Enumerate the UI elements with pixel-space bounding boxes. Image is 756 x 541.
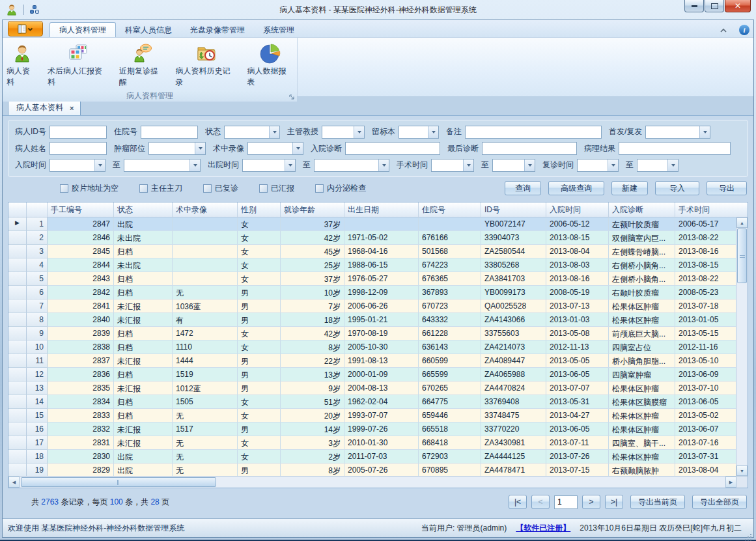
table-row[interactable]: 14 2834 归档 1505 女 51岁 1962-02-04 664775 … bbox=[8, 395, 736, 409]
patient-history-button[interactable]: 病人资料历史记录 bbox=[172, 40, 241, 90]
app-logo-person-icon[interactable] bbox=[5, 3, 18, 16]
ribbon-tab-system[interactable]: 系统管理 bbox=[254, 23, 303, 37]
chevron-down-icon[interactable] bbox=[699, 126, 710, 138]
chevron-down-icon[interactable] bbox=[463, 160, 473, 171]
remark-input[interactable] bbox=[465, 126, 602, 139]
query-button[interactable]: 查询 bbox=[505, 181, 541, 195]
vertical-scrollbar[interactable]: ▲ ▼ bbox=[736, 217, 748, 476]
ribbon-tab-dept-staff[interactable]: 科室人员信息 bbox=[116, 23, 181, 37]
table-row[interactable]: 5 2843 归档 女 37岁 1976-05-27 676365 ZA3841… bbox=[8, 272, 736, 286]
checkbox-box[interactable] bbox=[315, 184, 324, 193]
patient-id-input[interactable] bbox=[49, 126, 107, 139]
header-admission-diag[interactable]: 入院诊断 bbox=[609, 202, 675, 217]
software-registered-link[interactable]: 【软件已注册】 bbox=[516, 523, 570, 534]
checkbox-chief-surgeon[interactable]: 主任主刀 bbox=[139, 183, 182, 194]
chevron-down-icon[interactable] bbox=[378, 160, 389, 171]
revisit-time-from-combo[interactable] bbox=[577, 159, 619, 172]
chevron-down-icon[interactable] bbox=[428, 126, 438, 138]
table-row[interactable]: 3 2845 归档 女 45岁 1968-04-16 501568 ZA2580… bbox=[8, 245, 736, 258]
resize-grip[interactable] bbox=[750, 534, 751, 535]
tab-close-icon[interactable]: × bbox=[70, 104, 74, 112]
ribbon-tab-patient-data[interactable]: 病人资料管理 bbox=[49, 22, 116, 37]
header-gender[interactable]: 性别 bbox=[238, 202, 281, 217]
admission-time-to-combo[interactable] bbox=[124, 159, 201, 172]
inpatient-no-input[interactable] bbox=[141, 126, 198, 139]
tumor-site-combo[interactable] bbox=[148, 142, 206, 155]
minimize-button[interactable] bbox=[684, 0, 704, 12]
patient-data-button[interactable]: 病人资料 bbox=[3, 40, 41, 90]
export-current-page-button[interactable]: 导出当前页 bbox=[630, 495, 685, 509]
admission-time-from-combo[interactable] bbox=[49, 159, 105, 172]
header-birth-date[interactable]: 出生日期 bbox=[344, 202, 419, 217]
first-page-button[interactable]: |< bbox=[509, 495, 527, 509]
table-row[interactable]: 16 2832 未汇报 1517 男 14岁 1999-07-26 665518… bbox=[8, 423, 736, 436]
table-row[interactable]: 18 2830 出院 无 女 2岁 2011-07-03 672903 ZA44… bbox=[8, 450, 736, 464]
application-menu-button[interactable] bbox=[8, 21, 43, 36]
chevron-down-icon[interactable] bbox=[292, 143, 303, 154]
table-row[interactable]: 15 2833 归档 无 女 20岁 1993-07-07 659446 337… bbox=[8, 409, 736, 423]
revisit-reminder-button[interactable]: 近期复诊提醒 bbox=[115, 40, 169, 90]
header-manual-no[interactable]: 手工编号 bbox=[48, 202, 114, 217]
vertical-scroll-track[interactable] bbox=[736, 284, 748, 465]
close-button[interactable]: ✕ bbox=[725, 0, 751, 12]
prev-page-button[interactable]: < bbox=[531, 495, 550, 509]
header-surgery-video[interactable]: 术中录像 bbox=[173, 202, 238, 217]
table-row[interactable]: 11 2837 未汇报 1444 男 22岁 1991-08-13 660599… bbox=[8, 354, 736, 368]
scroll-up-icon[interactable]: ▲ bbox=[736, 217, 748, 228]
scroll-left-icon[interactable]: ◀ bbox=[8, 477, 20, 488]
surgery-video-combo[interactable] bbox=[247, 142, 303, 155]
horizontal-scrollbar[interactable]: ◀ ▶ bbox=[8, 476, 748, 488]
table-row[interactable]: 12 2836 归档 1519 男 13岁 2000-01-09 665599 … bbox=[8, 368, 736, 381]
horizontal-scrollbar-thumb[interactable] bbox=[21, 477, 216, 487]
checkbox-box[interactable] bbox=[60, 184, 68, 193]
table-row[interactable]: 13 2835 未汇报 1012蓝 男 9岁 2004-08-13 670265… bbox=[8, 381, 736, 395]
header-surgery-time[interactable]: 手术时间 bbox=[675, 202, 736, 217]
surgery-time-from-combo[interactable] bbox=[431, 159, 474, 172]
maximize-button[interactable] bbox=[705, 0, 724, 12]
discharge-time-to-combo[interactable] bbox=[314, 159, 389, 172]
chevron-down-icon[interactable] bbox=[354, 126, 364, 138]
table-row[interactable]: 17 2831 未汇报 无 女 3岁 2010-01-30 668418 ZA3… bbox=[8, 436, 736, 450]
checkbox-revisited[interactable]: 已复诊 bbox=[203, 183, 238, 194]
import-button[interactable]: 导入 bbox=[655, 181, 699, 195]
page-number-input[interactable] bbox=[554, 495, 578, 509]
chevron-down-icon[interactable] bbox=[189, 160, 200, 171]
professor-combo[interactable] bbox=[322, 126, 365, 139]
pathology-input[interactable] bbox=[619, 142, 731, 155]
patient-report-chart-button[interactable]: 病人数据报表 bbox=[244, 40, 298, 90]
horizontal-scroll-track[interactable] bbox=[216, 477, 725, 488]
table-row[interactable]: 19 2829 出院 无 男 8岁 2005-07-26 670895 ZA44… bbox=[8, 464, 736, 476]
checkbox-box[interactable] bbox=[139, 184, 148, 193]
new-button[interactable]: 新建 bbox=[611, 181, 648, 195]
quick-access-windows-icon[interactable] bbox=[29, 5, 40, 15]
chevron-down-icon[interactable] bbox=[608, 160, 618, 171]
table-row[interactable]: 10 2838 归档 1110 女 8岁 2005-10-30 636143 Z… bbox=[8, 340, 736, 354]
advanced-query-button[interactable]: 高级查询 bbox=[548, 181, 604, 195]
last-page-button[interactable]: >| bbox=[605, 495, 623, 509]
discharge-time-from-combo[interactable] bbox=[242, 159, 296, 172]
chevron-down-icon[interactable] bbox=[524, 160, 535, 171]
specimen-combo[interactable] bbox=[399, 126, 439, 139]
dialog-launcher-icon[interactable] bbox=[288, 94, 295, 100]
vertical-scrollbar-thumb[interactable] bbox=[737, 229, 747, 283]
header-visit-age[interactable]: 就诊年龄 bbox=[281, 202, 344, 217]
checkbox-box[interactable] bbox=[259, 184, 268, 193]
chevron-down-icon[interactable] bbox=[94, 160, 105, 171]
info-icon[interactable]: i bbox=[739, 25, 749, 35]
chevron-down-icon[interactable] bbox=[269, 126, 279, 138]
table-row[interactable]: 7 2841 未汇报 1036蓝 男 7岁 2006-06-26 670723 … bbox=[8, 299, 736, 313]
checkbox-box[interactable] bbox=[203, 184, 212, 193]
patient-name-input[interactable] bbox=[49, 142, 107, 155]
ribbon-tab-disc-tape[interactable]: 光盘录像带管理 bbox=[181, 23, 254, 37]
table-row[interactable]: 9 2839 归档 1472 女 42岁 1970-08-19 661228 3… bbox=[8, 327, 736, 340]
table-row[interactable]: 8 2840 未汇报 有 男 18岁 1995-01-21 643332 ZA4… bbox=[8, 313, 736, 327]
final-diag-input[interactable] bbox=[482, 142, 577, 155]
chevron-down-icon[interactable] bbox=[667, 160, 678, 171]
collapse-ribbon-chevron-icon[interactable] bbox=[720, 28, 727, 33]
chevron-down-icon[interactable] bbox=[195, 143, 205, 154]
scroll-right-icon[interactable]: ▶ bbox=[725, 477, 736, 488]
admission-diag-input[interactable] bbox=[345, 142, 440, 155]
postop-report-button[interactable]: 术后病人汇报资料 bbox=[44, 40, 113, 90]
checkbox-endocrine-exam[interactable]: 内分泌检查 bbox=[315, 183, 366, 194]
first-relapse-combo[interactable] bbox=[645, 126, 710, 139]
